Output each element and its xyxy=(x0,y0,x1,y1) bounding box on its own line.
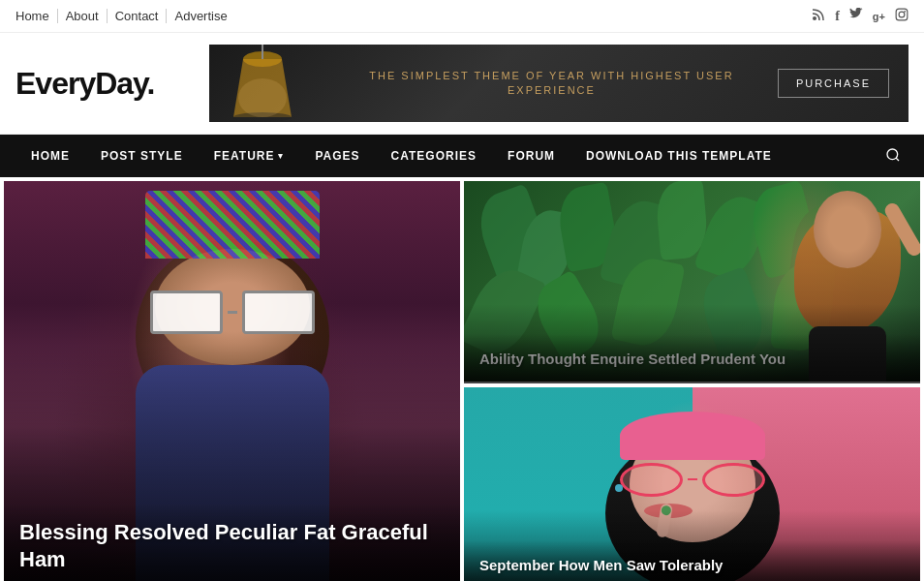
svg-point-2 xyxy=(899,12,905,17)
nav-item-forum[interactable]: FORUM xyxy=(492,135,570,177)
nav-home[interactable]: Home xyxy=(15,9,58,23)
social-icons-bar: f g+ xyxy=(812,8,909,24)
main-article-title: Blessing Resolved Peculiar Fat Graceful … xyxy=(19,519,445,574)
bottom-right-article-title: September How Men Saw Tolerably xyxy=(479,556,905,575)
site-header: EveryDay. THE SIMPLEST THEME OF YEAR WIT… xyxy=(0,33,924,135)
nav-about[interactable]: About xyxy=(58,9,108,23)
banner-text: THE SIMPLEST THEME OF YEAR WITH HIGHEST … xyxy=(229,69,778,99)
purchase-button[interactable]: PURCHASE xyxy=(778,69,889,98)
site-logo[interactable]: EveryDay. xyxy=(15,66,190,102)
main-article-overlay: Blessing Resolved Peculiar Fat Graceful … xyxy=(4,504,460,581)
rss-icon[interactable] xyxy=(812,8,825,24)
nav-item-download[interactable]: DOWNLOAD THIS TEMPLATE xyxy=(570,135,787,177)
nav-advertise[interactable]: Advertise xyxy=(167,9,234,23)
svg-point-8 xyxy=(887,149,898,160)
svg-rect-1 xyxy=(896,9,908,20)
banner-advertisement[interactable]: THE SIMPLEST THEME OF YEAR WITH HIGHEST … xyxy=(209,45,909,122)
svg-line-9 xyxy=(896,158,899,161)
nav-item-categories[interactable]: CATEGORIES xyxy=(376,135,492,177)
main-article[interactable]: Blessing Resolved Peculiar Fat Graceful … xyxy=(4,181,460,581)
main-navigation: HOME POST STYLE FEATURE ▾ PAGES CATEGORI… xyxy=(0,135,924,177)
top-navigation: Home About Contact Advertise xyxy=(15,9,235,23)
nav-item-feature[interactable]: FEATURE ▾ xyxy=(199,135,300,177)
nav-item-post-style[interactable]: POST STYLE xyxy=(85,135,199,177)
twitter-icon[interactable] xyxy=(849,8,863,24)
top-right-article[interactable]: Ability Thought Enquire Settled Prudent … xyxy=(464,181,920,383)
svg-point-3 xyxy=(904,11,906,13)
googleplus-icon[interactable]: g+ xyxy=(873,11,885,22)
bottom-right-article[interactable]: September How Men Saw Tolerably xyxy=(464,387,920,581)
search-icon[interactable] xyxy=(878,147,909,166)
nav-contact[interactable]: Contact xyxy=(108,9,168,23)
facebook-icon[interactable]: f xyxy=(835,9,840,24)
chevron-down-icon: ▾ xyxy=(278,151,284,161)
nav-item-pages[interactable]: PAGES xyxy=(299,135,375,177)
svg-point-0 xyxy=(813,16,816,20)
nav-item-home[interactable]: HOME xyxy=(15,135,85,177)
content-grid: Blessing Resolved Peculiar Fat Graceful … xyxy=(0,177,924,581)
instagram-icon[interactable] xyxy=(895,8,909,24)
bottom-right-article-overlay: September How Men Saw Tolerably xyxy=(464,540,920,582)
top-bar: Home About Contact Advertise f g+ xyxy=(0,0,924,33)
nav-items-container: HOME POST STYLE FEATURE ▾ PAGES CATEGORI… xyxy=(15,135,878,177)
